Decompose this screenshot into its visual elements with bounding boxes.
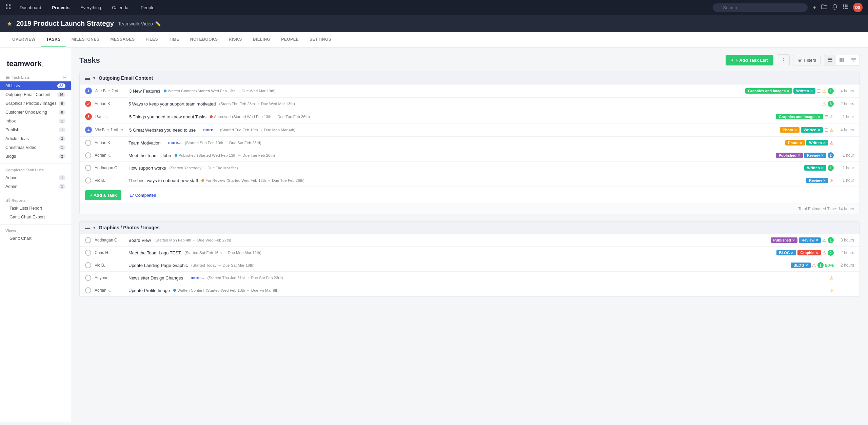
apps-icon[interactable] [842, 4, 848, 11]
nav-dashboard[interactable]: Dashboard [18, 4, 43, 12]
task-meta: Published (Started Wed Feb 13th → Due Tu… [175, 153, 773, 157]
task-checkbox[interactable] [85, 152, 91, 158]
tab-time[interactable]: TIME [163, 32, 185, 47]
task-checkbox[interactable] [85, 250, 91, 256]
more-link[interactable]: more... [203, 128, 216, 132]
tab-people[interactable]: PEOPLE [276, 32, 304, 47]
sidebar-item-gantt-export[interactable]: Gantt Chart Export [0, 213, 71, 221]
tag[interactable]: Photo ✕ [780, 127, 800, 133]
tab-files[interactable]: FILES [140, 32, 164, 47]
tag[interactable]: BLOG ✕ [776, 250, 796, 255]
expand-section-outgoing[interactable]: ▾ [93, 76, 95, 80]
sidebar-item-christmas[interactable]: Christmas Video 1 [0, 143, 71, 152]
task-name[interactable]: Team Motivation [129, 140, 161, 146]
tag[interactable]: Review ✕ [806, 178, 828, 183]
task-checkbox[interactable] [85, 262, 91, 268]
bell-icon[interactable] [832, 4, 837, 11]
comment-count: 1 [828, 88, 834, 94]
task-checkbox[interactable] [85, 165, 91, 171]
sidebar-item-outgoing[interactable]: Outgoing Email Content 16 [0, 90, 71, 99]
tag[interactable]: Graphics and Images ✕ [776, 114, 823, 119]
tag[interactable]: Graphic ✕ [797, 250, 821, 255]
task-name[interactable]: Update Profile Image [129, 288, 170, 293]
tab-overview[interactable]: OVERVIEW [7, 32, 41, 47]
task-checkbox[interactable] [85, 287, 91, 293]
sidebar-item-graphics[interactable]: Graphics / Photos / Images 9 [0, 99, 71, 108]
sidebar-item-blogs[interactable]: Blogs 2 [0, 152, 71, 161]
task-name[interactable]: Newsletter Design Changes [129, 275, 183, 281]
sidebar-item-admin-2[interactable]: Admin 1 [0, 182, 71, 191]
sidebar-item-admin-1[interactable]: Admin 1 [0, 173, 71, 182]
task-checkbox[interactable] [85, 140, 91, 146]
task-name[interactable]: Meet the Team Logo TEST [129, 250, 181, 255]
task-checkbox[interactable] [85, 275, 91, 281]
tag[interactable]: Written ✕ [804, 165, 826, 171]
search-input[interactable] [713, 3, 808, 12]
tab-billing[interactable]: BILLING [248, 32, 276, 47]
tag[interactable]: Review ✕ [804, 153, 826, 158]
sidebar-item-tasklists-report[interactable]: Task Lists Report [0, 204, 71, 213]
tag[interactable]: Written ✕ [801, 127, 823, 133]
sidebar-item-customer[interactable]: Customer Onboarding 0 [0, 108, 71, 117]
sidebar-item-all-lists[interactable]: All Lists 33 [0, 81, 71, 90]
add-task-button[interactable]: + Add a Task [85, 190, 121, 200]
task-name[interactable]: Meet the Team - John [129, 153, 171, 158]
completed-link[interactable]: 17 Completed [130, 193, 156, 198]
tab-notebooks[interactable]: NOTEBOOKS [185, 32, 223, 47]
edit-icon[interactable]: ✏️ [155, 21, 161, 26]
user-avatar[interactable]: DS [853, 3, 863, 12]
task-name[interactable]: How support works [129, 166, 166, 171]
tag[interactable]: Written ✕ [793, 88, 815, 94]
nav-projects[interactable]: Projects [50, 4, 72, 12]
task-name[interactable]: Update Landing Page Graphic [129, 263, 188, 268]
list-view-button[interactable] [824, 55, 836, 65]
task-tags: Graphics and Images ✕ ☰ ⚠ [776, 114, 834, 119]
columns-view-button[interactable] [836, 55, 848, 65]
tag[interactable]: Graphics and Images ✕ [745, 88, 792, 94]
star-icon[interactable]: ★ [7, 20, 12, 27]
nav-everything[interactable]: Everything [78, 4, 103, 12]
grid-icon[interactable] [5, 4, 11, 11]
task-name[interactable]: 5 Great Websites you need to use [129, 128, 196, 133]
sidebar-item-gantt-chart[interactable]: Gantt Chart [0, 234, 71, 243]
more-link[interactable]: more... [168, 140, 181, 145]
tag[interactable]: Review ✕ [799, 237, 821, 243]
nav-calendar[interactable]: Calendar [110, 4, 132, 12]
sidebar-collapse-icon[interactable]: ⊟ [63, 75, 67, 80]
task-checkbox[interactable] [85, 237, 91, 243]
more-options-button[interactable]: ⋮ [777, 54, 790, 66]
tab-tasks[interactable]: TASKS [41, 32, 66, 47]
tab-messages[interactable]: MESSAGES [105, 32, 140, 47]
content-header: Tasks + + Add Task List ⋮ Filters [79, 54, 860, 66]
collapse-section-graphics[interactable]: ▬ [85, 225, 90, 230]
tag[interactable]: Published ✕ [776, 153, 803, 158]
tag[interactable]: Published ✕ [771, 237, 798, 243]
task-name[interactable]: 5 Things you need to know about Tasks [129, 114, 206, 119]
sidebar-item-inbox[interactable]: Inbox 1 [0, 117, 71, 125]
filters-button[interactable]: Filters [793, 55, 821, 65]
folder-icon[interactable] [821, 4, 827, 11]
tag[interactable]: BLOG ✕ [791, 263, 811, 268]
task-name[interactable]: 3 New Features [129, 89, 160, 94]
tag[interactable]: Photo ✕ [785, 140, 805, 146]
tab-milestones[interactable]: MILESTONES [66, 32, 105, 47]
task-checkbox[interactable] [85, 177, 91, 183]
sidebar-item-article[interactable]: Article Ideas 3 [0, 134, 71, 143]
settings-view-button[interactable] [848, 55, 860, 65]
nav-people[interactable]: People [139, 4, 156, 12]
add-icon[interactable]: + [812, 4, 816, 12]
task-name[interactable]: 5 Ways to keep your support team motivat… [129, 101, 216, 107]
tag[interactable]: Written ✕ [806, 140, 828, 146]
task-checkbox[interactable] [85, 101, 91, 107]
task-name[interactable]: The best ways to onboard new staff [129, 178, 198, 183]
tab-settings[interactable]: SETTINGS [304, 32, 337, 47]
collapse-section-outgoing[interactable]: ▬ [85, 75, 90, 81]
sidebar-item-publish[interactable]: Publish 1 [0, 125, 71, 134]
task-name[interactable]: Board View [129, 238, 151, 243]
expand-section-graphics[interactable]: ▾ [93, 225, 95, 230]
more-link[interactable]: more... [191, 275, 204, 280]
admin-1-badge: 1 [59, 175, 65, 180]
add-tasklist-button[interactable]: + + Add Task List [726, 55, 773, 65]
reports-header: Reports [0, 197, 71, 204]
tab-risks[interactable]: RISKS [223, 32, 248, 47]
